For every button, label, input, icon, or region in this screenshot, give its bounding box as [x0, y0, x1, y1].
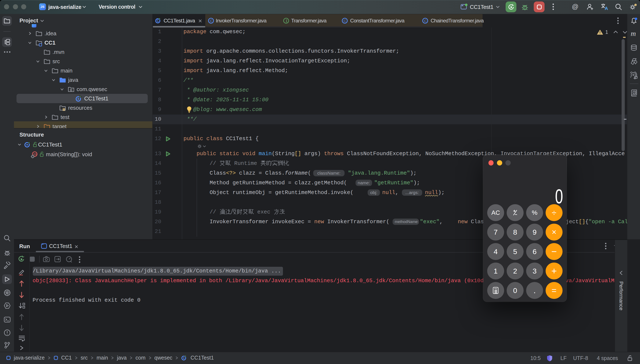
svg-text:A: A [605, 6, 608, 11]
svg-text:I: I [285, 19, 288, 23]
svg-text:A: A [634, 91, 635, 94]
svg-text:C: C [343, 19, 346, 23]
svg-text:C: C [424, 19, 426, 23]
svg-text:C: C [210, 19, 212, 23]
